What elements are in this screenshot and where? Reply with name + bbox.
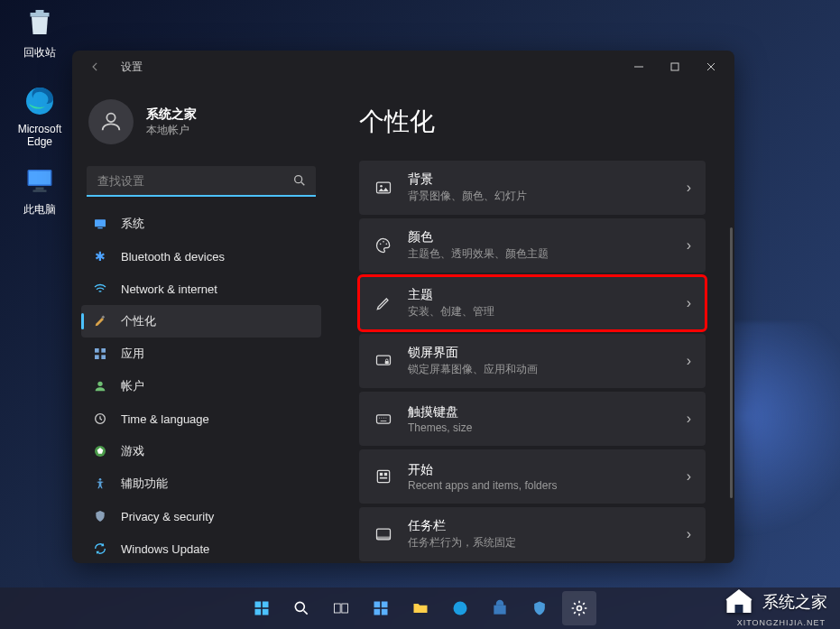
svg-rect-12 (95, 348, 99, 353)
accessibility-icon (92, 476, 108, 492)
tb-explorer[interactable] (403, 591, 438, 625)
scrollbar[interactable] (730, 227, 733, 498)
profile[interactable]: 系统之家 本地帐户 (81, 94, 321, 161)
system-icon (92, 216, 108, 232)
card-title: 任务栏 (408, 518, 672, 534)
card-start[interactable]: 开始Recent apps and items, folders › (359, 449, 706, 504)
svg-rect-28 (377, 470, 389, 482)
desktop-icon-label: 回收站 (11, 45, 69, 60)
settings-window: 设置 系统之家 本地帐户 (72, 51, 734, 563)
svg-rect-33 (377, 537, 391, 540)
svg-point-22 (380, 244, 382, 245)
svg-rect-27 (377, 415, 391, 423)
nav-update[interactable]: Windows Update (81, 532, 321, 563)
svg-rect-41 (374, 602, 380, 608)
svg-point-45 (453, 602, 466, 615)
card-themes[interactable]: 主题安装、创建、管理 › (359, 276, 706, 330)
svg-point-23 (383, 241, 384, 243)
image-icon (374, 178, 393, 198)
svg-rect-30 (384, 473, 387, 476)
lock-screen-icon (374, 351, 393, 371)
card-taskbar[interactable]: 任务栏任务栏行为，系统固定 › (359, 507, 706, 561)
svg-rect-37 (262, 609, 268, 615)
nav-privacy[interactable]: Privacy & security (81, 500, 321, 532)
svg-rect-26 (385, 361, 389, 364)
update-icon (92, 541, 108, 557)
svg-rect-42 (381, 602, 387, 608)
svg-rect-43 (374, 609, 380, 615)
svg-point-16 (97, 382, 102, 386)
svg-point-21 (380, 185, 383, 188)
account-icon (92, 378, 108, 394)
svg-rect-9 (95, 219, 106, 227)
search-input[interactable] (87, 166, 316, 197)
tb-widgets[interactable] (364, 591, 398, 625)
apps-icon (92, 346, 108, 362)
nav-time[interactable]: Time & language (81, 402, 321, 435)
tb-edge[interactable] (443, 591, 477, 625)
chevron-right-icon: › (687, 526, 691, 542)
desktop-recycle-bin[interactable]: 回收站 (11, 5, 69, 60)
nav-bluetooth[interactable]: ✱ Bluetooth & devices (81, 240, 321, 273)
nav-accounts[interactable]: 帐户 (81, 370, 321, 402)
desktop-this-pc[interactable]: 此电脑 (11, 162, 69, 217)
bluetooth-icon: ✱ (92, 248, 108, 264)
tb-start[interactable] (245, 591, 279, 625)
nav-apps[interactable]: 应用 (81, 338, 321, 370)
minimize-button[interactable] (621, 54, 657, 79)
shield-icon (92, 508, 108, 524)
card-sub: 任务栏行为，系统固定 (408, 535, 672, 550)
card-sub: 背景图像、颜色、幻灯片 (408, 189, 672, 204)
nav: 系统 ✱ Bluetooth & devices Network & inter… (81, 208, 321, 563)
edge-icon (22, 83, 58, 119)
card-sub: Themes, size (408, 421, 672, 434)
nav-label: Bluetooth & devices (121, 250, 225, 264)
nav-label: 系统 (121, 216, 144, 232)
svg-rect-36 (254, 609, 261, 615)
profile-sub: 本地帐户 (146, 123, 197, 138)
search-box[interactable] (87, 166, 316, 197)
watermark-sub: XITONGZHIJIA.NET (737, 618, 826, 627)
nav-system[interactable]: 系统 (81, 208, 321, 240)
svg-rect-10 (97, 227, 102, 228)
card-touch-keyboard[interactable]: 触摸键盘Themes, size › (359, 392, 706, 446)
desktop-icon-label: 此电脑 (11, 202, 69, 217)
titlebar[interactable]: 设置 (72, 51, 734, 83)
tb-search[interactable] (284, 591, 318, 625)
card-title: 主题 (408, 287, 672, 303)
keyboard-icon (374, 409, 393, 429)
svg-rect-0 (36, 10, 44, 13)
nav-label: 帐户 (121, 378, 144, 394)
content: 个性化 背景背景图像、颜色、幻灯片 › 颜色主题色、透明效果、颜色主题 › (330, 83, 734, 563)
card-lockscreen[interactable]: 锁屏界面锁定屏幕图像、应用和动画 › (359, 334, 706, 388)
card-sub: 锁定屏幕图像、应用和动画 (408, 362, 672, 377)
close-button[interactable] (693, 54, 729, 79)
back-button[interactable] (83, 54, 108, 79)
chevron-right-icon: › (687, 237, 691, 254)
palette-icon (374, 236, 393, 255)
tb-security[interactable] (522, 591, 557, 625)
desktop-edge[interactable]: Microsoft Edge (11, 83, 69, 148)
pen-icon (374, 293, 393, 313)
brush-icon (92, 313, 108, 329)
desktop-icon-label: Microsoft (11, 123, 69, 135)
card-title: 背景 (408, 171, 672, 188)
chevron-right-icon: › (687, 353, 691, 369)
svg-rect-39 (334, 604, 340, 613)
profile-name: 系统之家 (146, 106, 197, 123)
nav-accessibility[interactable]: 辅助功能 (81, 467, 321, 500)
nav-personalization[interactable]: 个性化 (81, 305, 321, 338)
avatar-icon (88, 99, 134, 144)
page-title: 个性化 (359, 105, 713, 139)
window-title: 设置 (121, 60, 143, 75)
card-title: 开始 (408, 462, 672, 478)
maximize-button[interactable] (657, 54, 693, 79)
tb-taskview[interactable] (324, 591, 358, 625)
tb-settings[interactable] (562, 591, 596, 625)
card-colors[interactable]: 颜色主题色、透明效果、颜色主题 › (359, 218, 706, 273)
card-title: 锁屏界面 (408, 345, 672, 361)
nav-network[interactable]: Network & internet (81, 273, 321, 305)
card-background[interactable]: 背景背景图像、颜色、幻灯片 › (359, 161, 706, 215)
nav-gaming[interactable]: 游戏 (81, 435, 321, 467)
tb-store[interactable] (483, 591, 517, 625)
